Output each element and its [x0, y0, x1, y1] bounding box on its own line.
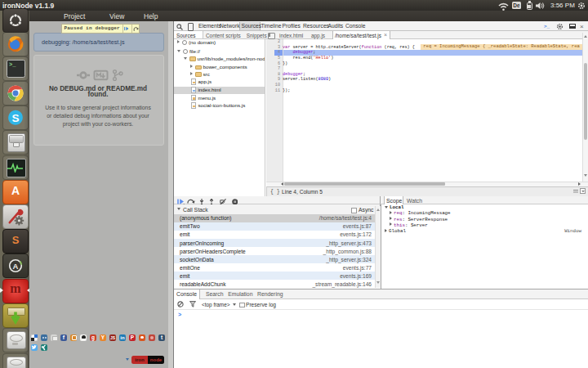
svg-text:A: A — [13, 262, 19, 271]
svg-text:S: S — [11, 112, 19, 124]
